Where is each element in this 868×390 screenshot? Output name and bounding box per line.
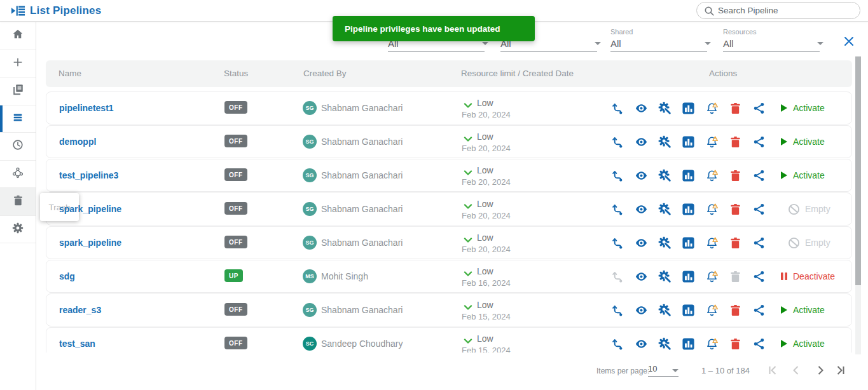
sidebar-item-pages[interactable]: [0, 77, 36, 105]
alert-bell-icon[interactable]: [705, 169, 719, 182]
analytics-icon[interactable]: [682, 135, 695, 149]
route-icon[interactable]: [611, 337, 624, 351]
delete-icon[interactable]: [729, 337, 742, 351]
analytics-icon[interactable]: [682, 102, 695, 115]
configure-icon[interactable]: [658, 203, 672, 216]
alert-bell-icon[interactable]: [705, 236, 719, 250]
pipeline-name-link[interactable]: reader_s3: [59, 294, 101, 326]
chevron-down-icon[interactable]: [705, 42, 711, 45]
scrollbar-thumb[interactable]: [855, 57, 861, 285]
alert-bell-icon[interactable]: [705, 337, 719, 351]
sidebar-item-workflows[interactable]: [0, 161, 36, 189]
action-button[interactable]: Activate: [780, 328, 825, 353]
last-page-button[interactable]: [835, 365, 846, 376]
action-button[interactable]: Activate: [780, 92, 825, 124]
pipeline-name-link[interactable]: spark_pipeline: [59, 227, 121, 259]
alert-bell-icon[interactable]: [705, 304, 719, 317]
share-icon[interactable]: [752, 102, 766, 115]
delete-icon[interactable]: [729, 236, 742, 250]
analytics-icon[interactable]: [682, 304, 695, 317]
share-icon[interactable]: [752, 337, 766, 351]
pipeline-name-link[interactable]: sdg: [59, 260, 75, 292]
pipeline-name-link[interactable]: spark_pipeline: [59, 193, 121, 225]
analytics-icon[interactable]: [682, 169, 695, 182]
configure-icon[interactable]: [658, 135, 672, 149]
pipeline-name-link[interactable]: test_pipeline3: [59, 159, 118, 191]
delete-icon[interactable]: [729, 102, 742, 115]
share-icon[interactable]: [752, 135, 766, 149]
action-button[interactable]: Empty: [780, 193, 830, 225]
search-input[interactable]: [718, 3, 851, 18]
eye-icon[interactable]: [635, 169, 648, 182]
sidebar-item-create[interactable]: [0, 50, 36, 78]
route-icon[interactable]: [611, 236, 624, 250]
action-button[interactable]: Activate: [780, 159, 825, 191]
eye-icon[interactable]: [635, 337, 648, 351]
chevron-down-icon[interactable]: [464, 302, 472, 307]
share-icon[interactable]: [752, 270, 766, 283]
sidebar-item-pipelines-list[interactable]: [0, 105, 36, 133]
action-button[interactable]: Activate: [780, 294, 825, 326]
configure-icon[interactable]: [658, 102, 672, 115]
route-icon[interactable]: [611, 304, 624, 317]
share-icon[interactable]: [752, 236, 766, 250]
alert-bell-icon[interactable]: [705, 203, 719, 216]
share-icon[interactable]: [752, 169, 766, 182]
configure-icon[interactable]: [658, 270, 672, 283]
delete-icon[interactable]: [729, 135, 742, 149]
route-icon[interactable]: [611, 270, 624, 283]
pipeline-name-link[interactable]: demoppl: [59, 126, 96, 158]
sidebar-item-settings[interactable]: [0, 216, 36, 244]
pipeline-name-link[interactable]: test_san: [59, 328, 95, 353]
chevron-down-icon[interactable]: [464, 201, 472, 206]
alert-bell-icon[interactable]: [705, 270, 719, 283]
eye-icon[interactable]: [635, 135, 648, 149]
close-filters-icon[interactable]: [843, 36, 855, 47]
next-page-button[interactable]: [815, 365, 826, 376]
eye-icon[interactable]: [635, 203, 648, 216]
chevron-down-icon[interactable]: [464, 335, 472, 341]
chevron-down-icon[interactable]: [464, 268, 472, 274]
chevron-down-icon[interactable]: [464, 234, 472, 240]
configure-icon[interactable]: [658, 337, 672, 351]
share-icon[interactable]: [752, 203, 766, 216]
eye-icon[interactable]: [635, 304, 648, 317]
route-icon[interactable]: [611, 135, 624, 149]
action-button[interactable]: Deactivate: [780, 260, 835, 292]
delete-icon[interactable]: [729, 304, 742, 317]
chevron-down-icon[interactable]: [464, 100, 472, 105]
configure-icon[interactable]: [658, 304, 672, 317]
sidebar-item-history[interactable]: [0, 133, 36, 161]
delete-icon[interactable]: [729, 203, 742, 216]
filter-dropdown-shared[interactable]: Shared All: [610, 28, 713, 53]
action-button[interactable]: Activate: [780, 126, 825, 158]
share-icon[interactable]: [752, 304, 766, 317]
first-page-button[interactable]: [767, 365, 778, 376]
action-button[interactable]: Empty: [780, 227, 830, 259]
analytics-icon[interactable]: [682, 337, 695, 351]
delete-icon[interactable]: [729, 270, 742, 283]
chevron-down-icon[interactable]: [595, 42, 601, 45]
pipeline-name-link[interactable]: pipelinetest1: [59, 92, 114, 124]
delete-icon[interactable]: [729, 169, 742, 182]
previous-page-button[interactable]: [790, 365, 802, 376]
filter-dropdown-resources[interactable]: Resources All: [723, 28, 825, 53]
eye-icon[interactable]: [635, 102, 648, 115]
chevron-down-icon[interactable]: [464, 133, 472, 139]
items-per-page-select[interactable]: 10: [648, 364, 679, 377]
analytics-icon[interactable]: [682, 203, 695, 216]
analytics-icon[interactable]: [682, 236, 695, 250]
alert-bell-icon[interactable]: [705, 102, 719, 115]
eye-icon[interactable]: [635, 270, 648, 283]
alert-bell-icon[interactable]: [705, 135, 719, 149]
sidebar-item-trash[interactable]: [0, 188, 36, 216]
chevron-down-icon[interactable]: [817, 42, 823, 45]
sidebar-item-home[interactable]: [0, 22, 36, 50]
route-icon[interactable]: [611, 169, 624, 182]
configure-icon[interactable]: [658, 236, 672, 250]
search-box[interactable]: [696, 2, 860, 19]
configure-icon[interactable]: [658, 169, 672, 182]
scrollbar-track[interactable]: [855, 56, 861, 354]
analytics-icon[interactable]: [682, 270, 695, 283]
eye-icon[interactable]: [635, 236, 648, 250]
